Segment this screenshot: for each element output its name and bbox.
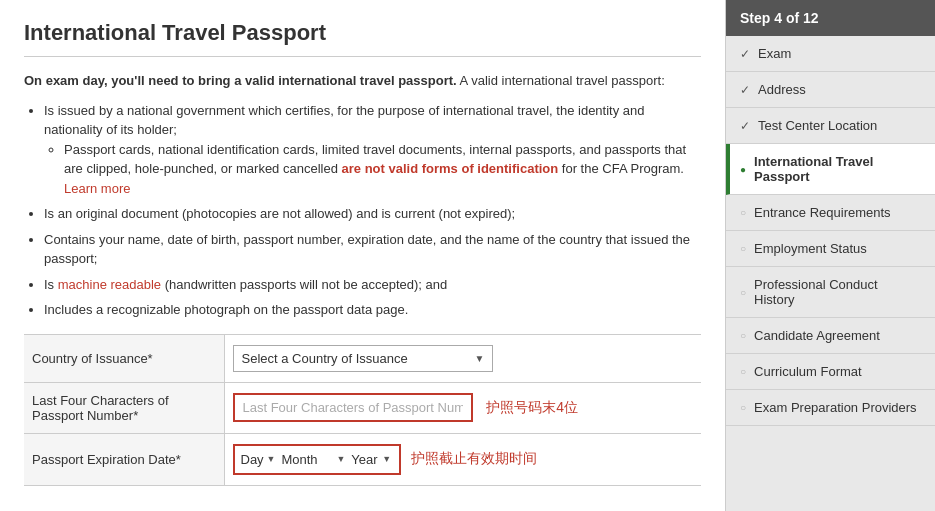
page-title: International Travel Passport [24,20,701,46]
conduct-dot-icon: ○ [740,287,746,298]
expiration-date-label: Passport Expiration Date* [24,433,224,485]
bullet-3: Contains your name, date of birth, passp… [44,230,701,269]
intro-bold: On exam day, you'll need to bring a vali… [24,73,457,88]
entrance-dot-icon: ○ [740,207,746,218]
country-row: Country of Issuance* Select a Country of… [24,334,701,382]
sidebar-item-candidate-label: Candidate Agreement [754,328,880,343]
sidebar-item-address[interactable]: ✓ Address [726,72,935,108]
sidebar-item-candidate[interactable]: ○ Candidate Agreement [726,318,935,354]
exam-check-icon: ✓ [740,47,750,61]
requirements-list: Is issued by a national government which… [44,101,701,320]
sidebar-header: Step 4 of 12 [726,0,935,36]
country-label: Country of Issuance* [24,334,224,382]
bullet-5: Includes a recognizable photograph on th… [44,300,701,320]
passport-number-input-cell: 护照号码末4位 [224,382,701,433]
sidebar-item-entrance[interactable]: ○ Entrance Requirements [726,195,935,231]
main-content: International Travel Passport On exam da… [0,0,725,511]
bullet-4: Is machine readable (handwritten passpor… [44,275,701,295]
machine-readable-text: machine readable [58,277,161,292]
day-select[interactable]: Day 1 2 [239,448,267,471]
country-select[interactable]: Select a Country of Issuance United Stat… [233,345,493,372]
bullet-1: Is issued by a national government which… [44,101,701,199]
employment-dot-icon: ○ [740,243,746,254]
month-select-wrapper: Month January February [279,448,349,471]
bullet-2: Is an original document (photocopies are… [44,204,701,224]
date-selects-box: Day 1 2 Month January February [233,444,402,475]
sub-list-1: Passport cards, national identification … [64,140,701,199]
passport-number-label: Last Four Characters of Passport Number* [24,382,224,433]
sidebar-item-entrance-label: Entrance Requirements [754,205,891,220]
test-center-check-icon: ✓ [740,119,750,133]
country-input-cell: Select a Country of Issuance United Stat… [224,334,701,382]
country-select-wrapper: Select a Country of Issuance United Stat… [233,345,493,372]
sidebar-item-conduct-label: Professional Conduct History [754,277,921,307]
sidebar-item-test-center[interactable]: ✓ Test Center Location [726,108,935,144]
sidebar-item-passport[interactable]: ● International Travel Passport [726,144,935,195]
curriculum-dot-icon: ○ [740,366,746,377]
date-selects-row: Day 1 2 Month January February [233,444,694,475]
passport-dot-icon: ● [740,164,746,175]
passport-number-row: Last Four Characters of Passport Number*… [24,382,701,433]
year-select-wrapper: Year 2025 2026 [349,448,395,471]
month-select[interactable]: Month January February [279,448,336,471]
expiration-date-input-cell: Day 1 2 Month January February [224,433,701,485]
title-divider [24,56,701,57]
sidebar-item-conduct[interactable]: ○ Professional Conduct History [726,267,935,318]
exam-prep-dot-icon: ○ [740,402,746,413]
candidate-dot-icon: ○ [740,330,746,341]
year-select[interactable]: Year 2025 2026 [349,448,382,471]
sub-bullet-1: Passport cards, national identification … [64,140,701,199]
passport-form: Country of Issuance* Select a Country of… [24,334,701,486]
day-select-wrapper: Day 1 2 [239,448,280,471]
sidebar-item-exam-prep[interactable]: ○ Exam Preparation Providers [726,390,935,426]
passport-number-input[interactable] [233,393,473,422]
intro-paragraph: On exam day, you'll need to bring a vali… [24,71,701,91]
sidebar-item-employment-label: Employment Status [754,241,867,256]
sidebar-item-curriculum-label: Curriculum Format [754,364,862,379]
expiration-date-annotation: 护照截止有效期时间 [411,450,537,468]
bullet-1-text: Is issued by a national government which… [44,103,645,138]
sidebar-item-exam-prep-label: Exam Preparation Providers [754,400,917,415]
learn-more-link[interactable]: Learn more [64,181,130,196]
sidebar: Step 4 of 12 ✓ Exam ✓ Address ✓ Test Cen… [725,0,935,511]
address-check-icon: ✓ [740,83,750,97]
sidebar-item-curriculum[interactable]: ○ Curriculum Format [726,354,935,390]
sidebar-item-employment[interactable]: ○ Employment Status [726,231,935,267]
sidebar-item-address-label: Address [758,82,806,97]
sidebar-item-test-center-label: Test Center Location [758,118,877,133]
sidebar-item-exam-label: Exam [758,46,791,61]
intro-rest: A valid international travel passport: [460,73,665,88]
bold-red-text: are not valid forms of identification [342,161,559,176]
expiration-date-row: Passport Expiration Date* Day 1 2 [24,433,701,485]
sidebar-item-passport-label: International Travel Passport [754,154,921,184]
sidebar-item-exam[interactable]: ✓ Exam [726,36,935,72]
passport-number-annotation: 护照号码末4位 [486,399,578,415]
